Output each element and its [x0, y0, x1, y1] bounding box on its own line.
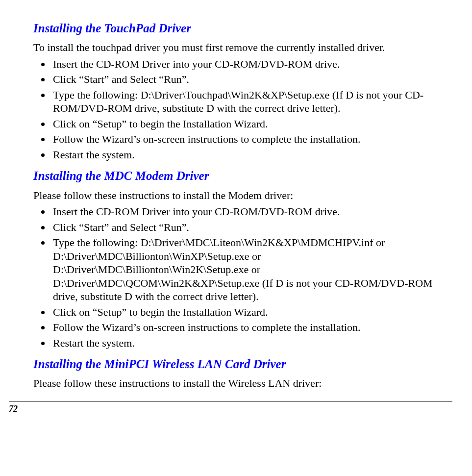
section-intro: Please follow these instructions to inst…	[33, 376, 457, 390]
list-item: Follow the Wizard’s on-screen instructio…	[51, 321, 457, 334]
section-heading: Installing the MDC Modem Driver	[33, 168, 457, 183]
list-item: Click on “Setup” to begin the Installati…	[51, 305, 457, 319]
list-item: Click “Start” and Select “Run”.	[51, 73, 457, 86]
list-item: Restart the system.	[51, 336, 457, 350]
section-heading: Installing the TouchPad Driver	[33, 21, 457, 36]
list-item: Follow the Wizard’s on-screen instructio…	[51, 132, 457, 146]
section-intro: Please follow these instructions to inst…	[33, 189, 457, 202]
page-divider	[9, 401, 452, 401]
page-number: 72	[9, 403, 457, 415]
list-item: Restart the system.	[51, 148, 457, 162]
section-intro: To install the touchpad driver you must …	[33, 41, 457, 54]
bullet-list: Insert the CD-ROM Driver into your CD-RO…	[33, 57, 457, 162]
list-item: Type the following: D:\Driver\Touchpad\W…	[51, 88, 457, 115]
list-item: Insert the CD-ROM Driver into your CD-RO…	[51, 205, 457, 219]
bullet-list: Insert the CD-ROM Driver into your CD-RO…	[33, 205, 457, 350]
list-item: Click on “Setup” to begin the Installati…	[51, 117, 457, 131]
section-heading: Installing the MiniPCI Wireless LAN Card…	[33, 356, 457, 372]
list-item: Insert the CD-ROM Driver into your CD-RO…	[51, 57, 457, 71]
list-item: Click “Start” and Select “Run”.	[51, 221, 457, 234]
list-item: Type the following: D:\Driver\MDC\Liteon…	[51, 236, 457, 303]
